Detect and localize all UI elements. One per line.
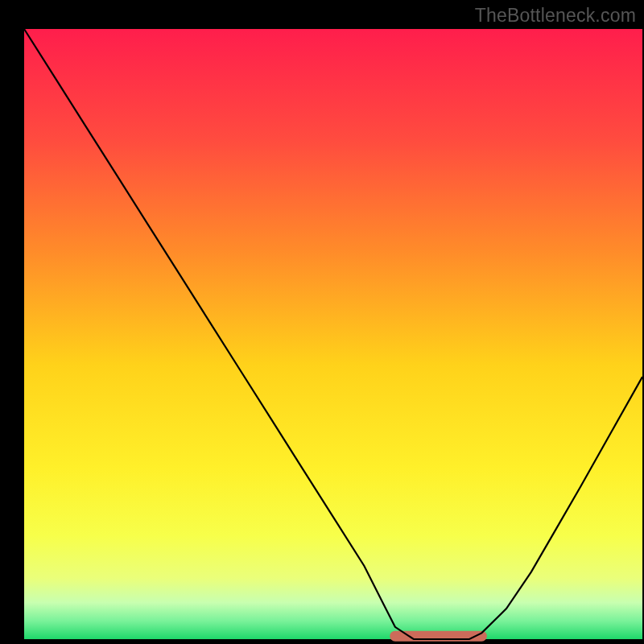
- gradient-background: [24, 29, 642, 639]
- chart-container: [0, 0, 644, 644]
- bottleneck-chart: [0, 0, 644, 644]
- attribution-text: TheBottleneck.com: [475, 5, 636, 27]
